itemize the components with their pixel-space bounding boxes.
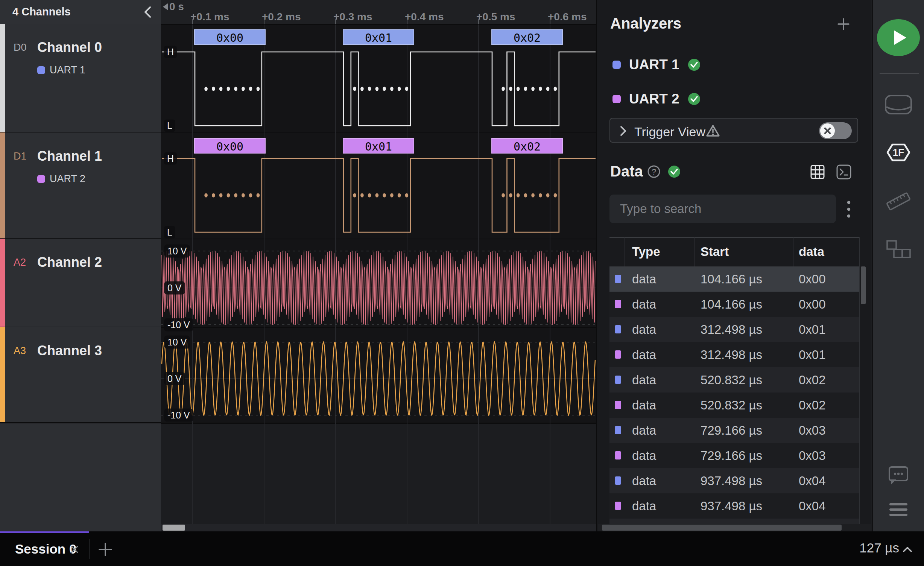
- cell-type: data: [632, 367, 656, 393]
- cell-start: 104.166 µs: [701, 266, 762, 292]
- table-view-icon[interactable]: [810, 164, 825, 180]
- cell-type: data: [632, 443, 656, 468]
- voltage-label: 10 V: [164, 336, 190, 349]
- toggle-x-icon: [820, 123, 835, 138]
- channel-analyzer[interactable]: UART 2: [37, 173, 85, 185]
- channel-row-a2[interactable]: A2 Channel 2: [0, 239, 161, 328]
- cell-start: 520.832 µs: [701, 367, 762, 393]
- channel-color-strip: [0, 24, 5, 132]
- help-icon[interactable]: ?: [647, 165, 661, 178]
- analyzers-title: Analyzers: [610, 15, 681, 32]
- table-hscrollbar[interactable]: [598, 524, 871, 531]
- channel-name[interactable]: Channel 1: [37, 148, 102, 164]
- channel-name[interactable]: Channel 3: [37, 343, 102, 359]
- ruler-tick-label: +0.3 ms: [333, 11, 372, 23]
- left-arrow-icon: [163, 3, 168, 10]
- table-row[interactable]: data 520.832 µs 0x02: [609, 393, 859, 418]
- table-row[interactable]: data 729.166 µs 0x03: [609, 443, 859, 468]
- analyzer-item-uart-1[interactable]: UART 1: [612, 56, 701, 73]
- column-header-type[interactable]: Type: [632, 237, 660, 266]
- terminal-view-icon[interactable]: [836, 164, 852, 180]
- table-row[interactable]: data 104.166 µs 0x00: [609, 266, 859, 292]
- channel-row-d0[interactable]: D0 Channel 0 UART 1: [0, 24, 161, 133]
- uart-byte-bubble[interactable]: 0x00: [194, 138, 266, 154]
- analyzer-ok-check-icon: [688, 93, 701, 105]
- analyzer-color-swatch: [37, 66, 45, 74]
- capture-duration[interactable]: 127 µs: [859, 540, 899, 555]
- add-session-icon[interactable]: [97, 541, 114, 558]
- device-icon[interactable]: [884, 94, 913, 115]
- channel-color-strip: [0, 132, 5, 238]
- measure-ruler-icon[interactable]: [884, 190, 913, 213]
- cell-start: 937.498 µs: [701, 493, 762, 519]
- column-header-start[interactable]: Start: [701, 237, 729, 266]
- session-tab[interactable]: Session 0: [0, 531, 89, 566]
- cell-data: 0x01: [799, 342, 826, 367]
- channel-analyzer[interactable]: UART 1: [37, 64, 85, 76]
- close-session-icon[interactable]: [69, 544, 80, 555]
- table-row[interactable]: data 104.166 µs 0x00: [609, 292, 859, 317]
- table-vscrollbar-thumb[interactable]: [861, 266, 866, 304]
- kebab-menu-icon[interactable]: [844, 199, 854, 220]
- table-row[interactable]: data 312.498 µs 0x01: [609, 317, 859, 342]
- uart-byte-bubble[interactable]: 0x01: [343, 29, 414, 45]
- row-color-swatch: [615, 376, 621, 384]
- data-table-body: data 104.166 µs 0x00 data 104.166 µs 0x0…: [609, 266, 859, 519]
- channel-name[interactable]: Channel 2: [37, 254, 102, 270]
- waveform-view[interactable]: 0 s +0.1 ms+0.2 ms+0.3 ms+0.4 ms+0.5 ms+…: [161, 0, 597, 531]
- trigger-view-toggle[interactable]: [819, 122, 852, 139]
- collapse-sidebar-icon[interactable]: [142, 6, 153, 18]
- channel-id: D0: [14, 42, 27, 53]
- svg-text:1F: 1F: [893, 147, 904, 158]
- toggle-knob[interactable]: [820, 123, 835, 138]
- row-color-swatch: [615, 426, 621, 434]
- channel-count-title: 4 Channels: [12, 0, 71, 24]
- trigger-view-panel[interactable]: Trigger View: [609, 118, 858, 143]
- channel-name[interactable]: Channel 0: [37, 40, 102, 55]
- analyzer-label: UART 1: [50, 64, 85, 76]
- waveform-hscrollbar[interactable]: [161, 524, 596, 531]
- channel-id: A2: [14, 257, 26, 268]
- svg-text:?: ?: [652, 167, 656, 176]
- row-color-swatch: [615, 350, 621, 359]
- row-color-swatch: [615, 451, 621, 459]
- table-row[interactable]: data 937.498 µs 0x04: [609, 468, 859, 493]
- channel-row-a3[interactable]: A3 Channel 3: [0, 327, 161, 423]
- uart-byte-bubble[interactable]: 0x02: [491, 29, 563, 45]
- table-row[interactable]: data 729.166 µs 0x03: [609, 418, 859, 443]
- analyzer-name: UART 1: [629, 57, 679, 73]
- chevron-up-icon[interactable]: [902, 546, 913, 554]
- table-row-partial: [609, 519, 859, 524]
- channel-row-d1[interactable]: D1 Channel 1 UART 2: [0, 132, 161, 239]
- uart-byte-bubble[interactable]: 0x00: [194, 29, 266, 45]
- table-row[interactable]: data 520.832 µs 0x02: [609, 367, 859, 393]
- column-header-data[interactable]: data: [799, 237, 824, 266]
- search-input[interactable]: [609, 195, 836, 223]
- channel-sidebar: 4 Channels D0 Channel 0 UART 1 D1 Channe…: [0, 0, 161, 531]
- add-analyzer-icon[interactable]: [837, 17, 850, 31]
- analyzer-item-uart-2[interactable]: UART 2: [612, 91, 701, 107]
- table-row[interactable]: data 312.498 µs 0x01: [609, 342, 859, 367]
- cell-type: data: [632, 418, 656, 443]
- cell-start: 312.498 µs: [701, 317, 762, 342]
- extensions-icon[interactable]: [886, 239, 911, 259]
- uart-byte-bubble[interactable]: 0x02: [491, 138, 563, 154]
- waveform-hscrollbar-thumb[interactable]: [163, 525, 185, 531]
- annotations-chat-icon[interactable]: [887, 465, 910, 486]
- row-color-swatch: [615, 275, 621, 283]
- voltage-label: -10 V: [164, 409, 193, 422]
- voltage-label: 10 V: [164, 245, 190, 258]
- table-hscrollbar-thumb[interactable]: [602, 525, 842, 531]
- start-capture-button[interactable]: [876, 19, 921, 56]
- menu-hamburger-icon[interactable]: [888, 502, 909, 517]
- cell-start: 729.166 µs: [701, 418, 762, 443]
- table-row[interactable]: data 937.498 µs 0x04: [609, 493, 859, 519]
- ruler-tick-label: +0.2 ms: [262, 11, 301, 23]
- capture-mode-1f-icon[interactable]: 1F: [886, 143, 910, 162]
- chevron-right-icon[interactable]: [619, 125, 628, 137]
- cell-data: 0x03: [799, 418, 826, 443]
- analyzer-color-swatch: [612, 61, 621, 69]
- cell-data: 0x00: [799, 292, 826, 317]
- row-color-swatch: [615, 502, 621, 510]
- uart-byte-bubble[interactable]: 0x01: [343, 138, 414, 154]
